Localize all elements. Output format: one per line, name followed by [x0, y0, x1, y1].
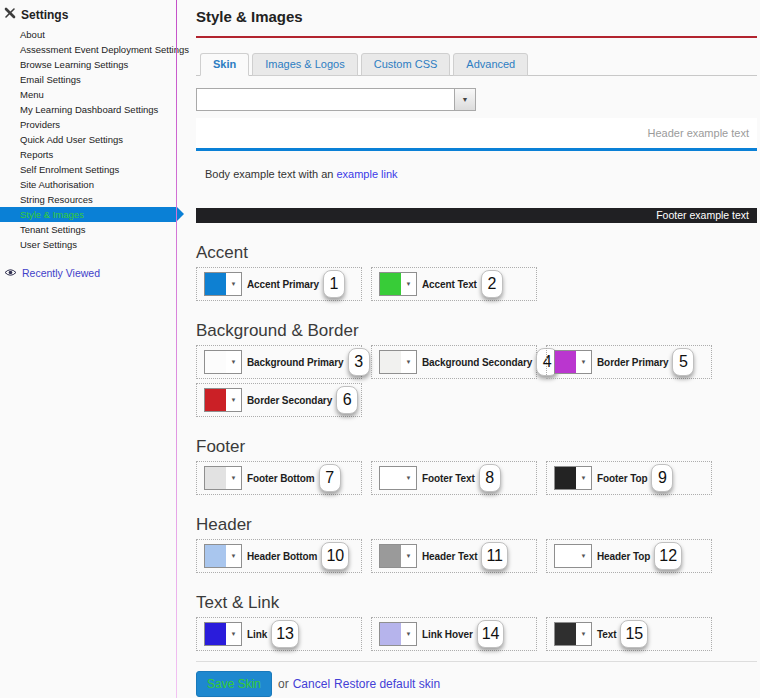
number-badge: 10	[321, 542, 349, 570]
section-title: Accent	[196, 243, 757, 262]
chevron-down-icon: ▼	[226, 623, 241, 645]
color-swatch	[205, 545, 226, 567]
title-rule	[196, 36, 757, 38]
sidebar-item-providers[interactable]: Providers	[0, 117, 177, 132]
swatch-label: Background Primary	[247, 357, 344, 368]
color-swatch	[205, 623, 226, 645]
sidebar-item-my-learning-dashboard-settings[interactable]: My Learning Dashboard Settings	[0, 102, 177, 117]
swatch-label: Link	[247, 629, 267, 640]
color-picker-footer-top[interactable]: ▼	[554, 466, 592, 490]
swatch-grid: ▼Header Bottom10▼Header Text11▼Header To…	[196, 539, 713, 573]
chevron-down-icon: ▼	[576, 351, 591, 373]
color-picker-background-secondary[interactable]: ▼	[379, 350, 417, 374]
chevron-down-icon: ▼	[401, 623, 416, 645]
chevron-down-icon: ▼	[462, 96, 469, 103]
color-picker-border-primary[interactable]: ▼	[554, 350, 592, 374]
swatch-label: Header Text	[422, 551, 477, 562]
swatch-label: Text	[597, 629, 616, 640]
section-text-link: Text & Link▼Link13▼Link Hover14▼Text15	[196, 593, 757, 651]
swatch-footer-text: ▼Footer Text8	[371, 461, 537, 495]
color-picker-header-text[interactable]: ▼	[379, 544, 417, 568]
swatch-label: Header Top	[597, 551, 650, 562]
color-swatch	[205, 389, 226, 411]
color-swatch	[380, 623, 401, 645]
chevron-down-icon: ▼	[401, 351, 416, 373]
color-swatch	[555, 623, 576, 645]
color-picker-border-secondary[interactable]: ▼	[204, 388, 242, 412]
color-picker-footer-text[interactable]: ▼	[379, 466, 417, 490]
color-picker-background-primary[interactable]: ▼	[204, 350, 242, 374]
cancel-link[interactable]: Cancel	[293, 677, 330, 691]
section-background-border: Background & Border▼Background Primary3▼…	[196, 321, 757, 417]
example-link[interactable]: example link	[336, 168, 397, 180]
color-swatch	[380, 545, 401, 567]
section-footer: Footer▼Footer Bottom7▼Footer Text8▼Foote…	[196, 437, 757, 495]
tab-skin[interactable]: Skin	[200, 53, 249, 76]
skin-select[interactable]: ▼	[196, 88, 476, 111]
color-swatch	[380, 467, 401, 489]
color-swatch	[555, 545, 576, 567]
restore-default-link[interactable]: Restore default skin	[334, 677, 440, 691]
sidebar-item-assessment-event-deployment-settings[interactable]: Assessment Event Deployment Settings	[0, 42, 177, 57]
sidebar-item-style-images[interactable]: Style & Images	[0, 207, 177, 222]
preview-body: Body example text with an example link	[196, 151, 757, 191]
recently-viewed-link[interactable]: Recently Viewed	[0, 267, 177, 279]
color-picker-header-top[interactable]: ▼	[554, 544, 592, 568]
number-badge: 1	[323, 270, 345, 298]
number-badge: 5	[672, 348, 694, 376]
swatch-grid: ▼Footer Bottom7▼Footer Text8▼Footer Top9	[196, 461, 713, 495]
number-badge: 14	[477, 620, 505, 648]
sidebar-item-about[interactable]: About	[0, 27, 177, 42]
sidebar-item-browse-learning-settings[interactable]: Browse Learning Settings	[0, 57, 177, 72]
tab-images-logos[interactable]: Images & Logos	[252, 53, 358, 76]
page-title: Style & Images	[196, 8, 757, 25]
swatch-footer-bottom: ▼Footer Bottom7	[196, 461, 362, 495]
swatch-border-secondary: ▼Border Secondary6	[196, 383, 362, 417]
recently-viewed-label: Recently Viewed	[22, 267, 100, 279]
sidebar-item-site-authorisation[interactable]: Site Authorisation	[0, 177, 177, 192]
sidebar-item-quick-add-user-settings[interactable]: Quick Add User Settings	[0, 132, 177, 147]
swatch-label: Background Secondary	[422, 357, 532, 368]
swatch-label: Link Hover	[422, 629, 473, 640]
chevron-down-icon: ▼	[226, 389, 241, 411]
chevron-down-icon: ▼	[226, 351, 241, 373]
tab-custom-css[interactable]: Custom CSS	[361, 53, 451, 76]
color-swatch	[205, 273, 226, 295]
sidebar-item-menu[interactable]: Menu	[0, 87, 177, 102]
color-picker-accent-primary[interactable]: ▼	[204, 272, 242, 296]
swatch-label: Footer Bottom	[247, 473, 315, 484]
color-picker-header-bottom[interactable]: ▼	[204, 544, 242, 568]
number-badge: 3	[348, 348, 370, 376]
sidebar-item-user-settings[interactable]: User Settings	[0, 237, 177, 252]
sidebar-item-email-settings[interactable]: Email Settings	[0, 72, 177, 87]
chevron-down-icon: ▼	[576, 467, 591, 489]
save-skin-button[interactable]: Save Skin	[196, 671, 272, 697]
chevron-down-icon: ▼	[401, 545, 416, 567]
swatch-label: Footer Top	[597, 473, 647, 484]
swatch-label: Border Primary	[597, 357, 668, 368]
tab-bar: SkinImages & LogosCustom CSSAdvanced	[196, 53, 757, 76]
color-swatch	[205, 351, 226, 373]
sidebar-item-reports[interactable]: Reports	[0, 147, 177, 162]
tools-icon	[4, 7, 16, 22]
number-badge: 11	[481, 542, 508, 570]
swatch-border-primary: ▼Border Primary5	[546, 345, 712, 379]
preview-header-text: Header example text	[648, 127, 750, 139]
section-title: Header	[196, 515, 757, 534]
chevron-down-icon: ▼	[226, 467, 241, 489]
sidebar-item-string-resources[interactable]: String Resources	[0, 192, 177, 207]
color-picker-link-hover[interactable]: ▼	[379, 622, 417, 646]
sidebar-item-self-enrolment-settings[interactable]: Self Enrolment Settings	[0, 162, 177, 177]
skin-select-arrow-button[interactable]: ▼	[454, 89, 475, 110]
color-picker-accent-text[interactable]: ▼	[379, 272, 417, 296]
sidebar-item-tenant-settings[interactable]: Tenant Settings	[0, 222, 177, 237]
number-badge: 9	[651, 464, 673, 492]
color-picker-text[interactable]: ▼	[554, 622, 592, 646]
actions-bar: Save Skin or Cancel Restore default skin	[196, 661, 757, 697]
section-accent: Accent▼Accent Primary1▼Accent Text2	[196, 243, 757, 301]
swatch-link-hover: ▼Link Hover14	[371, 617, 537, 651]
tab-advanced[interactable]: Advanced	[453, 53, 528, 76]
color-picker-footer-bottom[interactable]: ▼	[204, 466, 242, 490]
color-picker-link[interactable]: ▼	[204, 622, 242, 646]
swatch-sections: Accent▼Accent Primary1▼Accent Text2Backg…	[196, 243, 757, 651]
